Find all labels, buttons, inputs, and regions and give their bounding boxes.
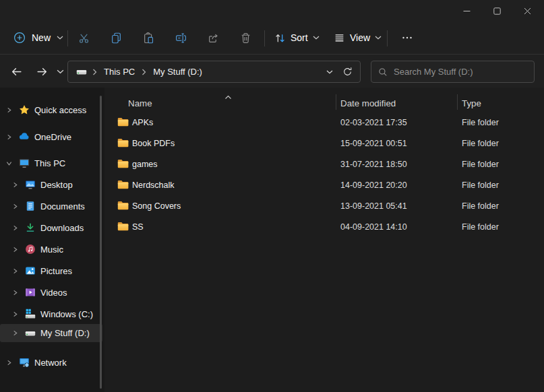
refresh-button[interactable] bbox=[338, 63, 356, 81]
pictures-icon bbox=[25, 265, 36, 276]
table-row-book-pdfs[interactable]: Book PDFs 15-09-2021 00:51 File folder bbox=[104, 133, 544, 154]
close-button[interactable] bbox=[512, 0, 543, 22]
cut-button[interactable] bbox=[70, 26, 97, 50]
arrow-right-icon bbox=[36, 66, 48, 77]
paste-button[interactable] bbox=[135, 26, 162, 50]
share-button[interactable] bbox=[200, 26, 226, 50]
chevron-right-icon[interactable] bbox=[11, 203, 18, 209]
chevron-down-icon bbox=[57, 69, 64, 74]
back-button[interactable] bbox=[5, 61, 27, 81]
file-date-modified: 31-07-2021 18:50 bbox=[340, 160, 407, 169]
sidebar-item-pictures[interactable]: Pictures bbox=[0, 261, 102, 280]
toolbar-separator bbox=[67, 30, 68, 46]
column-separator[interactable] bbox=[457, 94, 458, 110]
sidebar-item-this-pc[interactable]: This PC bbox=[0, 154, 102, 172]
forward-button[interactable] bbox=[31, 61, 53, 81]
chevron-right-icon[interactable] bbox=[11, 311, 18, 317]
minimize-button[interactable] bbox=[452, 0, 482, 22]
sidebar-item-videos[interactable]: Videos bbox=[0, 283, 102, 302]
downloads-icon bbox=[25, 222, 36, 233]
sidebar-item-label: My Stuff (D:) bbox=[40, 328, 90, 338]
table-row-song-covers[interactable]: Song Covers 13-09-2021 05:41 File folder bbox=[104, 195, 544, 216]
maximize-button[interactable] bbox=[482, 0, 512, 22]
sidebar-item-label: Windows (C:) bbox=[40, 309, 93, 319]
sidebar-item-label: Quick access bbox=[34, 105, 86, 115]
list-lines-icon bbox=[334, 32, 345, 44]
refresh-icon bbox=[342, 67, 353, 77]
table-row-nerdschalk[interactable]: Nerdschalk 14-09-2021 20:20 File folder bbox=[104, 174, 544, 195]
desktop-icon bbox=[25, 179, 36, 190]
table-row-ss[interactable]: SS 04-09-2021 14:10 File folder bbox=[104, 216, 544, 237]
sidebar-item-my-stuff-d[interactable]: My Stuff (D:) bbox=[0, 324, 102, 342]
this-pc-icon bbox=[19, 158, 30, 168]
windows-drive-icon bbox=[25, 308, 36, 319]
sidebar-item-downloads[interactable]: Downloads bbox=[0, 218, 102, 237]
recent-locations-button[interactable] bbox=[53, 61, 67, 81]
delete-button[interactable] bbox=[232, 26, 259, 50]
sidebar-scrollbar[interactable] bbox=[100, 96, 102, 389]
table-row-apks[interactable]: APKs 02-03-2021 17:35 File folder bbox=[104, 112, 544, 133]
chevron-right-icon[interactable] bbox=[11, 290, 18, 296]
share-arrow-icon bbox=[208, 32, 219, 44]
rename-button[interactable] bbox=[167, 26, 194, 50]
chevron-right-icon[interactable] bbox=[11, 225, 18, 231]
file-date-modified: 02-03-2021 17:35 bbox=[340, 118, 407, 127]
file-date-modified: 04-09-2021 14:10 bbox=[340, 222, 407, 232]
breadcrumb-my-stuff-d[interactable]: My Stuff (D:) bbox=[149, 65, 206, 79]
file-date-modified: 13-09-2021 05:41 bbox=[340, 201, 407, 211]
table-row-games[interactable]: games 31-07-2021 18:50 File folder bbox=[104, 154, 544, 174]
address-bar[interactable]: This PC My Stuff (D:) bbox=[67, 61, 361, 83]
rename-textbox-icon bbox=[175, 32, 187, 44]
column-separator[interactable] bbox=[336, 94, 336, 110]
copy-pages-icon bbox=[111, 32, 122, 44]
breadcrumb-this-pc[interactable]: This PC bbox=[100, 65, 139, 79]
more-options-button[interactable] bbox=[392, 26, 422, 50]
ellipsis-icon bbox=[401, 32, 413, 44]
drive-icon bbox=[76, 67, 87, 77]
sidebar-item-label: Documents bbox=[40, 201, 85, 211]
chevron-right-icon bbox=[91, 69, 98, 75]
folder-icon bbox=[117, 117, 129, 127]
column-header-type[interactable]: Type bbox=[462, 98, 481, 108]
file-name: APKs bbox=[132, 118, 153, 127]
breadcrumb: This PC My Stuff (D:) bbox=[91, 65, 206, 79]
sidebar-item-music[interactable]: Music bbox=[0, 240, 102, 259]
column-header-name[interactable]: Name bbox=[128, 98, 152, 108]
chevron-right-icon[interactable] bbox=[11, 268, 18, 274]
chevron-right-icon[interactable] bbox=[11, 247, 18, 253]
chevron-down-icon bbox=[57, 36, 63, 40]
column-headers: Name Date modified Type bbox=[104, 91, 544, 111]
sidebar-item-windows-c[interactable]: Windows (C:) bbox=[0, 304, 102, 323]
star-icon bbox=[19, 104, 30, 115]
file-date-modified: 15-09-2021 00:51 bbox=[340, 139, 407, 148]
circle-plus-icon bbox=[13, 32, 26, 44]
chevron-down-icon[interactable] bbox=[5, 160, 12, 166]
chevron-right-icon[interactable] bbox=[11, 182, 18, 188]
file-date-modified: 14-09-2021 20:20 bbox=[340, 181, 407, 190]
address-dropdown-button[interactable] bbox=[321, 63, 338, 81]
chevron-right-icon[interactable] bbox=[5, 360, 12, 366]
chevron-right-icon[interactable] bbox=[5, 134, 12, 140]
copy-button[interactable] bbox=[102, 26, 129, 50]
sidebar-item-network[interactable]: Network bbox=[0, 353, 102, 372]
chevron-right-icon[interactable] bbox=[11, 330, 18, 336]
new-button[interactable]: New bbox=[7, 26, 70, 50]
minimize-icon bbox=[463, 7, 471, 15]
sidebar-item-label: Desktop bbox=[40, 180, 73, 190]
search-input[interactable] bbox=[394, 67, 527, 77]
sidebar-item-desktop[interactable]: Desktop bbox=[0, 175, 102, 194]
sidebar-item-quick-access[interactable]: Quick access bbox=[0, 100, 102, 119]
column-header-date-modified[interactable]: Date modified bbox=[340, 98, 396, 108]
navigation-pane: Quick access OneDrive This PC Desktop Do… bbox=[0, 88, 104, 392]
sidebar-item-documents[interactable]: Documents bbox=[0, 197, 102, 216]
drive-icon bbox=[25, 328, 36, 339]
chevron-right-icon[interactable] bbox=[5, 107, 12, 113]
sort-ascending-caret-icon bbox=[224, 92, 232, 102]
view-button[interactable]: View bbox=[328, 26, 388, 50]
sidebar-item-onedrive[interactable]: OneDrive bbox=[0, 127, 102, 146]
sidebar-item-label: OneDrive bbox=[34, 132, 71, 142]
toolbar-separator bbox=[264, 30, 265, 46]
sort-button[interactable]: Sort bbox=[268, 26, 326, 50]
file-rows: APKs 02-03-2021 17:35 File folder Book P… bbox=[104, 112, 544, 237]
toolbar-separator bbox=[387, 30, 388, 46]
